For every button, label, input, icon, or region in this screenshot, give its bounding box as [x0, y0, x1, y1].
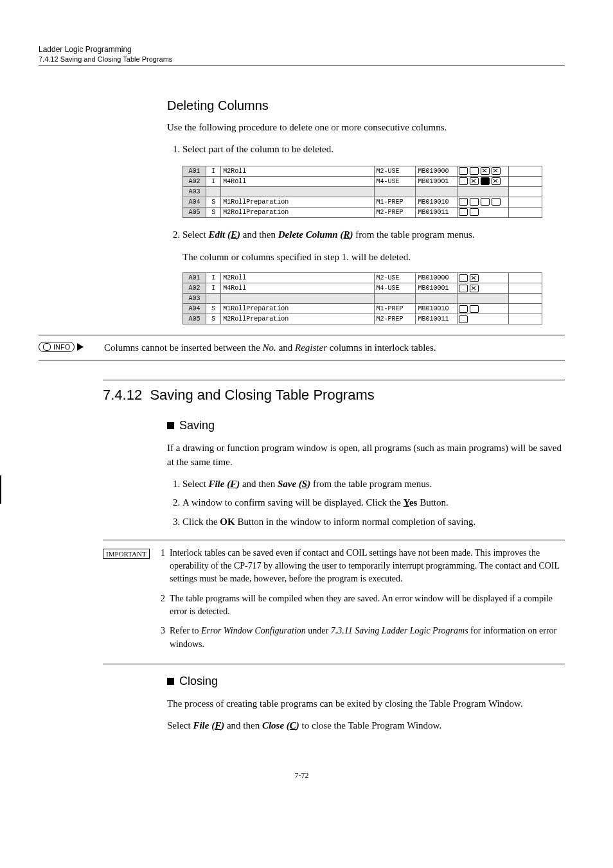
important-label: IMPORTANT [103, 547, 161, 657]
info-label: INFO [39, 342, 90, 353]
table-row: A03 [183, 186, 542, 197]
table-figure-1: A01IM2RollM2-USEMB010000A02IM4RollM4-USE… [182, 166, 565, 218]
deleting-step-1: Select part of the column to be deleted. [182, 143, 565, 157]
deleting-procedure: Select part of the column to be deleted. [167, 143, 565, 157]
important-item-3: 3Refer to Error Window Configuration und… [161, 624, 565, 651]
contact-open-icon [470, 167, 479, 175]
contact-open-icon [459, 167, 468, 175]
contact-open-icon [459, 285, 468, 292]
table-row: A01IM2RollM2-USEMB010000 [183, 166, 542, 176]
contact-closed-icon [492, 177, 501, 185]
table-row: A01IM2RollM2-USEMB010000 [183, 273, 542, 283]
contact-open-icon [481, 198, 490, 206]
closing-heading: Closing [167, 675, 565, 688]
saving-step-2: A window to confirm saving will be displ… [182, 496, 565, 510]
saving-intro: If a drawing or function program window … [167, 441, 565, 470]
table-row: A02IM4RollM4-USEMB010001 [183, 176, 542, 186]
contact-open-icon [459, 198, 468, 206]
contact-open-icon [470, 208, 479, 216]
deleting-step-2: Select Edit (E) and then Delete Column (… [182, 228, 565, 242]
deleting-procedure-2: Select Edit (E) and then Delete Column (… [167, 228, 565, 242]
contact-closed-icon [470, 285, 479, 292]
contact-closed-icon [470, 274, 479, 282]
contact-open-icon [459, 177, 468, 185]
info-callout: INFO Columns cannot be inserted between … [39, 335, 565, 360]
chapter-tab: 7 [0, 475, 1, 504]
important-callout: IMPORTANT 1Interlock tables can be saved… [103, 540, 565, 664]
table-row: A05SM2RollPreparationM2-PREPMB010011 [183, 207, 542, 217]
contact-open-icon [492, 198, 501, 206]
contact-closed-icon [492, 167, 501, 175]
contact-filled-icon [481, 177, 490, 185]
important-list: 1Interlock tables can be saved even if c… [161, 547, 565, 657]
saving-step-3: Click the OK Button in the window to inf… [182, 515, 565, 529]
contact-open-icon [459, 305, 468, 313]
deleting-step-2-result: The column or columns specified in step … [182, 251, 565, 265]
saving-step-1: Select File (F) and then Save (S) from t… [182, 477, 565, 492]
table-row: A04SM1RollPreparationM1-PREPMB010010 [183, 304, 542, 314]
table-row: A05SM2RollPreparationM2-PREPMB010011 [183, 314, 542, 324]
contact-closed-icon [481, 167, 490, 175]
header-chapter: Ladder Logic Programming [39, 45, 565, 54]
info-text: Columns cannot be inserted between the N… [104, 342, 565, 353]
contact-open-icon [459, 208, 468, 216]
saving-procedure: Select File (F) and then Save (S) from t… [167, 477, 565, 529]
header-rule [39, 66, 565, 66]
arrow-right-icon [77, 343, 84, 351]
section-rule [103, 380, 565, 380]
important-item-1: 1Interlock tables can be saved even if c… [161, 547, 565, 586]
table-row: A04SM1RollPreparationM1-PREPMB010010 [183, 197, 542, 207]
saving-heading: Saving [167, 419, 565, 432]
table-row: A02IM4RollM4-USEMB010001 [183, 283, 542, 294]
contact-closed-icon [470, 177, 479, 185]
contact-open-icon [470, 305, 479, 313]
contact-open-icon [470, 198, 479, 206]
closing-p2: Select File (F) and then Close (C) to cl… [167, 719, 565, 733]
header-section-ref: 7.4.12 Saving and Closing Table Programs [39, 55, 565, 63]
deleting-intro: Use the following procedure to delete on… [167, 121, 565, 135]
section-heading: 7.4.12 Saving and Closing Table Programs [103, 387, 565, 403]
contact-open-icon [459, 274, 468, 282]
info-icon [43, 343, 51, 351]
contact-open-icon [459, 315, 468, 323]
deleting-columns-heading: Deleting Columns [167, 98, 565, 113]
table-row: A03 [183, 294, 542, 304]
closing-p1: The process of creating table programs c… [167, 697, 565, 711]
important-item-2: 2The table programs will be compiled whe… [161, 592, 565, 619]
page-number: 7-72 [39, 771, 565, 781]
table-figure-2: A01IM2RollM2-USEMB010000A02IM4RollM4-USE… [182, 272, 565, 324]
